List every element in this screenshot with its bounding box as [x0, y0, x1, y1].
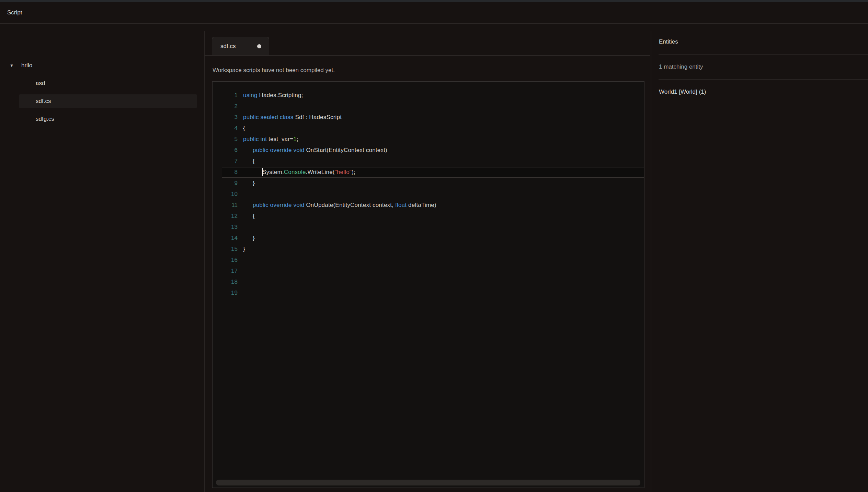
line-number: 2 [213, 103, 238, 110]
code-line[interactable]: 3public sealed class Sdf : HadesScript [213, 112, 644, 123]
tab-row-separator [205, 55, 650, 56]
line-number: 11 [213, 202, 238, 209]
token-kw: public override void [253, 147, 304, 153]
token-pl: ; [297, 136, 298, 142]
token-num: 1 [293, 136, 297, 142]
token-type: Console [284, 168, 306, 175]
line-number: 12 [213, 213, 238, 220]
token-kw: public override void [253, 202, 304, 208]
line-number: 7 [213, 158, 238, 165]
line-number: 16 [213, 257, 238, 263]
code-text: public int test_var=1; [243, 136, 298, 143]
text-cursor [262, 168, 263, 176]
token-pl: deltaTime) [407, 202, 436, 208]
token-pl: Hades.Scripting; [258, 92, 303, 98]
entities-title: Entities [659, 38, 678, 45]
code-line[interactable]: 19 [213, 288, 644, 298]
token-brace: { [253, 213, 255, 219]
line-number: 6 [213, 147, 238, 154]
line-number: 1 [213, 92, 238, 99]
tab-sdf-cs[interactable]: sdf.cs [212, 37, 269, 55]
matching-entity-count: 1 matching entity [651, 55, 868, 79]
code-text: { [243, 125, 245, 132]
code-line[interactable]: 14} [213, 233, 644, 244]
entity-label: World1 [World] (1) [659, 89, 706, 95]
code-text: } [243, 246, 245, 253]
code-text: } [243, 235, 255, 242]
token-pl: ); [352, 168, 355, 175]
token-brace: { [253, 158, 255, 164]
token-pl: System. [262, 168, 284, 175]
sidebar-splitter[interactable] [204, 31, 205, 492]
token-str: "hello" [335, 168, 352, 175]
code-line[interactable]: 7{ [213, 156, 644, 167]
code-line[interactable]: 6public override void OnStart(EntityCont… [213, 145, 644, 156]
page-title: Script [7, 9, 22, 16]
tree-item-sdf-cs[interactable]: sdf.cs [0, 94, 192, 108]
code-line[interactable]: 16 [213, 255, 644, 266]
entities-header: Entities [651, 30, 868, 54]
line-number: 3 [213, 114, 238, 121]
code-line[interactable]: 17 [213, 266, 644, 277]
script-editor-window: Script ▼ hrllo asd sdf.cs sdfg.cs sdf.cs… [0, 0, 868, 492]
line-number: 18 [213, 279, 238, 285]
code-text: public override void OnUpdate(EntityCont… [243, 202, 436, 209]
code-text: using Hades.Scripting; [243, 92, 303, 99]
line-number: 14 [213, 235, 238, 242]
code-text: public sealed class Sdf : HadesScript [243, 114, 342, 121]
token-brace: } [253, 235, 255, 241]
code-line[interactable]: 13 [213, 222, 644, 233]
entities-panel: Entities 1 matching entity World1 [World… [651, 30, 868, 104]
tab-label: sdf.cs [220, 43, 236, 50]
token-kw: using [243, 92, 258, 98]
token-brace: } [243, 246, 245, 252]
line-number: 15 [213, 246, 238, 253]
line-number: 9 [213, 180, 238, 187]
tree-item-label: asd [36, 80, 45, 87]
code-line[interactable]: 5public int test_var=1; [213, 134, 644, 145]
tree-node-label: hrllo [21, 62, 32, 69]
code-text: { [243, 213, 255, 220]
file-tree-sidebar: ▼ hrllo asd sdf.cs sdfg.cs [0, 24, 204, 492]
entity-list-item[interactable]: World1 [World] (1) [651, 80, 868, 104]
code-line[interactable]: 18 [213, 277, 644, 288]
token-pl: test_var= [267, 136, 293, 142]
chevron-down-icon[interactable]: ▼ [10, 63, 14, 68]
code-text: } [243, 180, 255, 187]
code-line[interactable]: 11public override void OnUpdate(EntityCo… [213, 200, 644, 211]
tree-item-sdfg-cs[interactable]: sdfg.cs [0, 112, 192, 126]
token-pl: Sdf : HadesScript [294, 114, 342, 120]
code-line[interactable]: 12{ [213, 211, 644, 222]
code-line[interactable]: 15} [213, 244, 644, 255]
line-number: 4 [213, 125, 238, 132]
title-bar: Script [0, 2, 868, 23]
code-line[interactable]: 8System.Console.WriteLine("hello"); [213, 167, 644, 178]
line-number: 13 [213, 224, 238, 231]
line-number: 10 [213, 191, 238, 198]
tree-node-hrllo[interactable]: ▼ hrllo [0, 59, 192, 72]
token-brace: } [253, 180, 255, 186]
code-editor[interactable]: 1using Hades.Scripting;23public sealed c… [212, 81, 644, 488]
code-line[interactable]: 2 [213, 101, 644, 112]
token-pl: OnUpdate(EntityContext context, [304, 202, 395, 208]
horizontal-scrollbar-thumb[interactable] [216, 480, 640, 485]
code-line[interactable]: 10 [213, 189, 644, 200]
code-text: public override void OnStart(EntityConte… [243, 147, 387, 154]
line-number: 8 [213, 169, 238, 176]
modified-dot-icon [257, 44, 261, 48]
tree-item-label: sdf.cs [36, 98, 51, 105]
code-line[interactable]: 1using Hades.Scripting; [213, 90, 644, 101]
code-text: System.Console.WriteLine("hello"); [243, 168, 355, 176]
token-kw: float [395, 202, 407, 208]
line-number: 5 [213, 136, 238, 143]
code-text: { [243, 158, 255, 165]
token-kw: public sealed class [243, 114, 294, 120]
token-pl: .WriteLine( [306, 168, 335, 175]
code-area[interactable]: 1using Hades.Scripting;23public sealed c… [213, 82, 644, 488]
tree-item-asd[interactable]: asd [0, 77, 192, 90]
line-number: 17 [213, 268, 238, 274]
token-brace: { [243, 125, 245, 131]
token-pl: OnStart(EntityContext context) [304, 147, 387, 153]
code-line[interactable]: 9} [213, 178, 644, 189]
code-line[interactable]: 4{ [213, 123, 644, 134]
